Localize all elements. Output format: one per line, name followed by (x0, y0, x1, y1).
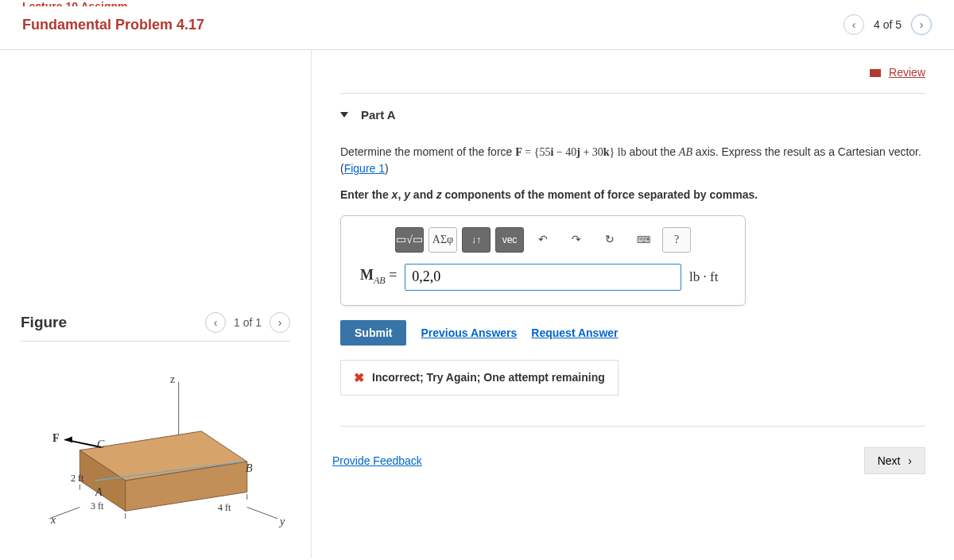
unit-label: lb · ft (689, 269, 726, 285)
help-button[interactable]: ? (662, 227, 691, 253)
next-button[interactable]: Next › (864, 447, 925, 474)
point-C-label: C (97, 438, 104, 451)
dim-2ft: 2 ft (71, 473, 83, 485)
part-a-title: Part A (361, 108, 396, 122)
incorrect-icon: ✖ (354, 370, 364, 385)
provide-feedback-link[interactable]: Provide Feedback (332, 454, 422, 467)
axis-x-label: x (51, 514, 56, 527)
answer-input[interactable] (405, 264, 681, 291)
flag-icon (870, 69, 881, 77)
submit-button[interactable]: Submit (340, 320, 406, 346)
chevron-down-icon (340, 112, 348, 118)
request-answer-link[interactable]: Request Answer (531, 326, 618, 339)
reset-button[interactable]: ↻ (595, 227, 624, 253)
equation-toolbar: ▭√▭ ΑΣφ ↓↑ vec ↶ ↷ ↻ ⌨ ? (360, 227, 726, 253)
feedback-text: Incorrect; Try Again; One attempt remain… (372, 371, 605, 384)
figure-page-count: 1 of 1 (234, 316, 262, 329)
answer-box: ▭√▭ ΑΣφ ↓↑ vec ↶ ↷ ↻ ⌨ ? MAB = (340, 215, 746, 306)
problem-prompt: Determine the moment of the force F = {5… (340, 136, 925, 183)
force-F-label: F (52, 432, 60, 445)
input-instruction: Enter the x, y and z components of the m… (340, 183, 925, 215)
figure-pager: ‹ 1 of 1 › (205, 312, 290, 333)
figure-1-link[interactable]: Figure 1 (344, 162, 385, 175)
moment-label: MAB = (360, 267, 397, 287)
axis-z-label: z (170, 373, 175, 386)
chevron-right-icon: › (905, 454, 912, 467)
keyboard-button[interactable]: ⌨ (629, 227, 657, 253)
previous-answers-link[interactable]: Previous Answers (421, 326, 517, 339)
problem-pager: ‹ 4 of 5 › (843, 14, 932, 35)
template-button[interactable]: ▭√▭ (395, 227, 424, 253)
redo-button[interactable]: ↷ (562, 227, 591, 253)
figure-prev-button[interactable]: ‹ (205, 312, 226, 333)
prev-problem-button[interactable]: ‹ (843, 14, 864, 35)
breadcrumb[interactable]: Lecture 10 Assignm... (0, 0, 954, 6)
dim-3ft: 3 ft (91, 500, 103, 512)
point-A-label: A (95, 486, 103, 499)
next-problem-button[interactable]: › (911, 14, 932, 35)
problem-title: Fundamental Problem 4.17 (22, 17, 204, 33)
svg-line-5 (247, 508, 277, 519)
subsuper-button[interactable]: ↓↑ (462, 227, 491, 253)
dim-4ft: 4 ft (218, 502, 231, 514)
feedback-message: ✖ Incorrect; Try Again; One attempt rema… (340, 360, 619, 396)
page-count: 4 of 5 (874, 18, 902, 31)
greek-button[interactable]: ΑΣφ (429, 227, 457, 253)
figure-diagram: z F C B A 2 ft 3 ft 4 ft x y (21, 359, 290, 542)
vec-button[interactable]: vec (495, 227, 524, 253)
point-B-label: B (246, 462, 253, 475)
part-a: Part A Determine the moment of the force… (340, 93, 925, 427)
review-link[interactable]: Review (889, 66, 925, 79)
figure-title: Figure (21, 314, 67, 331)
figure-next-button[interactable]: › (270, 312, 290, 333)
problem-header: Fundamental Problem 4.17 ‹ 4 of 5 › (0, 6, 954, 50)
svg-marker-7 (64, 437, 72, 443)
axis-y-label: y (280, 516, 285, 528)
undo-button[interactable]: ↶ (529, 227, 557, 253)
part-a-toggle[interactable]: Part A (340, 94, 925, 136)
